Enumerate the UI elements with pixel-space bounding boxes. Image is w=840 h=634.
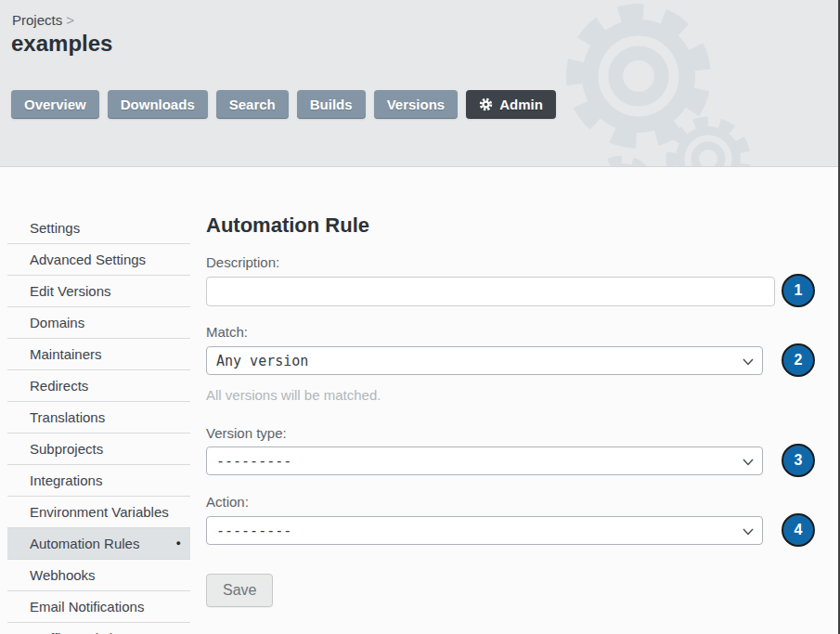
sidebar-item-domains[interactable]: Domains (7, 307, 190, 339)
sidebar-item-label: Subprojects (30, 441, 103, 457)
match-label: Match: (206, 324, 819, 341)
chevron-down-icon (743, 459, 754, 466)
tab-overview[interactable]: Overview (11, 90, 99, 119)
sidebar-item-integrations[interactable]: Integrations (7, 465, 190, 497)
tab-downloads[interactable]: Downloads (108, 90, 208, 119)
sidebar-item-label: Advanced Settings (30, 252, 146, 267)
annotation-badge-3: 3 (782, 444, 815, 477)
version-type-select[interactable]: --------- (206, 446, 763, 475)
sidebar-item-settings[interactable]: Settings (7, 213, 190, 244)
sidebar-item-label: Environment Variables (30, 504, 169, 520)
sidebar-item-label: Webhooks (30, 567, 96, 583)
gear-decoration-large-icon (562, 0, 715, 152)
project-header: Projects> examples Overview Downloads Se… (0, 0, 840, 167)
sidebar-item-environment-variables[interactable]: Environment Variables (7, 497, 190, 528)
breadcrumb-separator: > (66, 12, 74, 28)
match-select[interactable]: Any version (206, 346, 763, 375)
sidebar-item-maintainers[interactable]: Maintainers (7, 339, 190, 370)
gear-decoration (0, 0, 840, 166)
project-nav: Overview Downloads Search Builds Version… (11, 90, 556, 119)
sidebar-item-traffic-analytics[interactable]: Traffic Analytics (7, 623, 190, 634)
version-type-label: Version type: (206, 425, 819, 442)
sidebar-item-label: Automation Rules (30, 536, 139, 551)
annotation-badge-1: 1 (782, 274, 815, 307)
automation-rule-form: Automation Rule Description: 1 Match: An… (206, 213, 819, 607)
action-label: Action: (206, 494, 819, 511)
match-help-text: All versions will be matched. (206, 387, 819, 404)
match-select-value: Any version (216, 353, 308, 369)
sidebar-item-email-notifications[interactable]: Email Notifications (7, 591, 190, 623)
tab-builds[interactable]: Builds (297, 90, 366, 119)
sidebar-item-automation-rules[interactable]: Automation Rules ● (7, 528, 190, 560)
chevron-down-icon (743, 528, 754, 536)
sidebar-item-subprojects[interactable]: Subprojects (7, 433, 190, 465)
tab-versions[interactable]: Versions (374, 90, 459, 119)
active-item-bullet-icon: ● (176, 539, 181, 548)
sidebar-item-label: Traffic Analytics (30, 630, 126, 634)
annotation-badge-4: 4 (782, 513, 815, 547)
page-title: examples (11, 31, 112, 57)
annotation-badge-2: 2 (782, 343, 815, 377)
breadcrumb: Projects> (12, 12, 74, 28)
breadcrumb-projects-link[interactable]: Projects (12, 12, 62, 28)
action-select-value: --------- (216, 523, 291, 539)
sidebar-item-edit-versions[interactable]: Edit Versions (7, 276, 190, 307)
gear-icon (479, 97, 493, 111)
admin-sidebar: Settings Advanced Settings Edit Versions… (7, 213, 190, 634)
sidebar-item-label: Settings (30, 220, 80, 236)
sidebar-item-label: Integrations (30, 472, 102, 488)
sidebar-item-label: Edit Versions (30, 283, 111, 299)
sidebar-item-redirects[interactable]: Redirects (7, 370, 190, 402)
tab-admin[interactable]: Admin (466, 90, 556, 119)
sidebar-item-webhooks[interactable]: Webhooks (7, 560, 190, 591)
version-type-select-value: --------- (216, 453, 291, 470)
form-title: Automation Rule (206, 213, 819, 238)
sidebar-item-label: Domains (30, 315, 84, 330)
gear-decoration-small-icon (583, 151, 662, 166)
description-label: Description: (206, 254, 819, 271)
sidebar-item-label: Maintainers (30, 346, 102, 362)
sidebar-item-advanced-settings[interactable]: Advanced Settings (7, 244, 190, 276)
tab-admin-label: Admin (499, 97, 543, 112)
sidebar-item-label: Translations (30, 409, 105, 425)
sidebar-item-label: Email Notifications (30, 599, 144, 615)
description-input[interactable] (206, 277, 775, 306)
sidebar-item-label: Redirects (30, 378, 88, 394)
save-button[interactable]: Save (206, 574, 273, 607)
tab-search[interactable]: Search (216, 90, 289, 119)
chevron-down-icon (743, 358, 754, 366)
gear-decoration-medium-icon (666, 117, 750, 166)
action-select[interactable]: --------- (206, 516, 763, 545)
sidebar-item-translations[interactable]: Translations (7, 402, 190, 433)
